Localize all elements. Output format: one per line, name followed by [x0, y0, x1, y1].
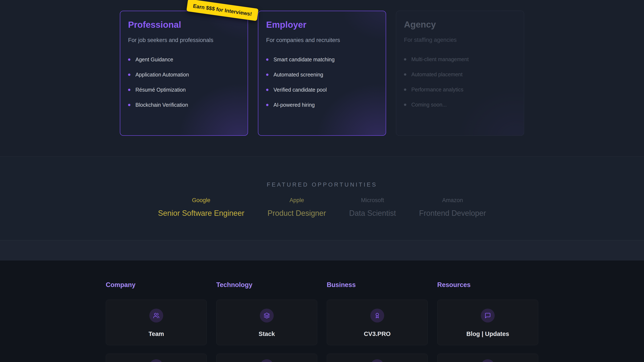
- landing-page: Earn $$$ for Interviews! Professional Fo…: [0, 0, 644, 362]
- featured-opportunities-section: FEATURED OPPORTUNITIES Google Senior Sof…: [0, 157, 644, 240]
- feature-item: Automated placement: [404, 71, 516, 77]
- tier-feature-list: Smart candidate matching Automated scree…: [266, 56, 378, 108]
- tier-title: Agency: [404, 19, 516, 30]
- feature-label: Blockchain Verification: [136, 102, 188, 108]
- bullet-dot-icon: [404, 58, 406, 60]
- footer-card-partial[interactable]: [327, 354, 428, 362]
- feature-label: Résumé Optimization: [136, 87, 186, 93]
- icon-circle: [481, 309, 495, 323]
- icon-circle: [150, 309, 163, 323]
- footer-card-partial[interactable]: [106, 354, 207, 362]
- footer-card-stack[interactable]: Stack: [216, 300, 317, 345]
- feature-item: Performance analytics: [404, 87, 516, 92]
- bullet-dot-icon: [404, 104, 406, 106]
- footer-card-blog-updates[interactable]: Blog | Updates: [437, 300, 538, 345]
- tier-row: Professional For job seekers and profess…: [120, 11, 524, 136]
- opportunity-company: Microsoft: [349, 197, 396, 203]
- feature-item: Multi-client management: [404, 56, 516, 62]
- featured-heading: FEATURED OPPORTUNITIES: [0, 181, 644, 188]
- bullet-dot-icon: [266, 89, 268, 91]
- feature-item: Smart candidate matching: [266, 56, 378, 62]
- pricing-tiers-section: Earn $$$ for Interviews! Professional Fo…: [0, 0, 644, 157]
- footer-column-business: Business CV3.PRO: [327, 281, 428, 362]
- tier-subtitle: For companies and recruiters: [266, 37, 378, 43]
- footer-column-technology: Technology Stack: [216, 281, 317, 362]
- opportunity-company: Apple: [268, 197, 326, 203]
- footer-column-company: Company Team: [106, 281, 207, 362]
- tier-feature-list: Agent Guidance Application Automation Ré…: [128, 56, 240, 108]
- feature-item: Blockchain Verification: [128, 102, 240, 108]
- opportunity-company: Google: [158, 197, 244, 203]
- icon-circle: [150, 359, 163, 362]
- opportunity-microsoft[interactable]: Microsoft Data Scientist: [349, 197, 396, 217]
- opportunity-title: Data Scientist: [349, 209, 396, 217]
- feature-item: Résumé Optimization: [128, 87, 240, 93]
- icon-circle: [481, 359, 495, 362]
- tier-content: Employer For companies and recruiters Sm…: [266, 19, 378, 127]
- opportunity-title: Frontend Developer: [419, 209, 486, 217]
- feature-item: Agent Guidance: [128, 56, 240, 62]
- feature-label: Verified candidate pool: [274, 87, 327, 93]
- layers-icon: [264, 312, 270, 319]
- footer-column-heading: Business: [327, 281, 428, 289]
- tier-feature-list: Multi-client management Automated placem…: [404, 56, 516, 108]
- feature-label: Multi-client management: [412, 56, 469, 62]
- feature-item: Application Automation: [128, 72, 240, 78]
- footer-column-heading: Resources: [437, 281, 538, 289]
- feature-label: Automated screening: [274, 72, 323, 78]
- footer-grid: Company Team Technology: [106, 281, 538, 362]
- tier-title: Professional: [128, 19, 240, 30]
- icon-circle: [370, 359, 384, 362]
- footer-card-label: Blog | Updates: [466, 331, 509, 338]
- bullet-dot-icon: [128, 104, 130, 106]
- bullet-dot-icon: [128, 89, 130, 91]
- opportunity-google[interactable]: Google Senior Software Engineer: [158, 197, 244, 217]
- feature-item: Coming soon...: [404, 102, 516, 108]
- tier-card-agency: Agency For staffing agencies Multi-clien…: [396, 11, 524, 136]
- tier-subtitle: For job seekers and professionals: [128, 37, 240, 43]
- tier-content: Professional For job seekers and profess…: [128, 19, 240, 127]
- feature-item: Verified candidate pool: [266, 87, 378, 93]
- tier-card-employer[interactable]: Employer For companies and recruiters Sm…: [258, 11, 386, 136]
- bullet-dot-icon: [404, 88, 406, 91]
- opportunity-amazon[interactable]: Amazon Frontend Developer: [419, 197, 486, 217]
- speech-bubble-icon: [485, 312, 491, 319]
- tier-content: Agency For staffing agencies Multi-clien…: [404, 19, 516, 127]
- tier-card-professional[interactable]: Professional For job seekers and profess…: [120, 11, 248, 136]
- footer-column-heading: Technology: [216, 281, 317, 289]
- footer-card-partial[interactable]: [216, 354, 317, 362]
- bullet-dot-icon: [266, 58, 268, 61]
- footer-column-heading: Company: [106, 281, 207, 289]
- bullet-dot-icon: [404, 73, 406, 76]
- icon-circle: [260, 309, 274, 323]
- footer: Company Team Technology: [0, 261, 644, 362]
- opportunity-title: Product Designer: [268, 209, 326, 217]
- footer-card-partial[interactable]: [437, 354, 538, 362]
- footer-card-team[interactable]: Team: [106, 300, 207, 345]
- icon-circle: [260, 359, 274, 362]
- tier-title: Employer: [266, 19, 378, 30]
- bullet-dot-icon: [266, 104, 268, 106]
- tier-subtitle: For staffing agencies: [404, 36, 516, 43]
- section-divider-band: [0, 240, 644, 261]
- award-icon: [374, 312, 380, 319]
- icon-circle: [370, 309, 384, 323]
- feature-label: Smart candidate matching: [274, 56, 335, 62]
- opportunity-title: Senior Software Engineer: [158, 209, 244, 217]
- feature-label: Application Automation: [136, 72, 189, 78]
- feature-label: Performance analytics: [412, 87, 464, 92]
- footer-card-cv3pro[interactable]: CV3.PRO: [327, 300, 428, 345]
- footer-card-label: CV3.PRO: [364, 331, 390, 338]
- footer-column-resources: Resources Blog | Updates: [437, 281, 538, 362]
- bullet-dot-icon: [266, 74, 268, 76]
- feature-label: AI-powered hiring: [274, 102, 315, 108]
- feature-label: Coming soon...: [412, 102, 447, 108]
- feature-item: AI-powered hiring: [266, 102, 378, 108]
- feature-label: Agent Guidance: [136, 56, 173, 62]
- bullet-dot-icon: [128, 58, 130, 61]
- opportunity-apple[interactable]: Apple Product Designer: [268, 197, 326, 217]
- footer-card-label: Stack: [259, 331, 275, 338]
- bullet-dot-icon: [128, 74, 130, 76]
- feature-label: Automated placement: [412, 71, 462, 77]
- opportunity-company: Amazon: [419, 197, 486, 203]
